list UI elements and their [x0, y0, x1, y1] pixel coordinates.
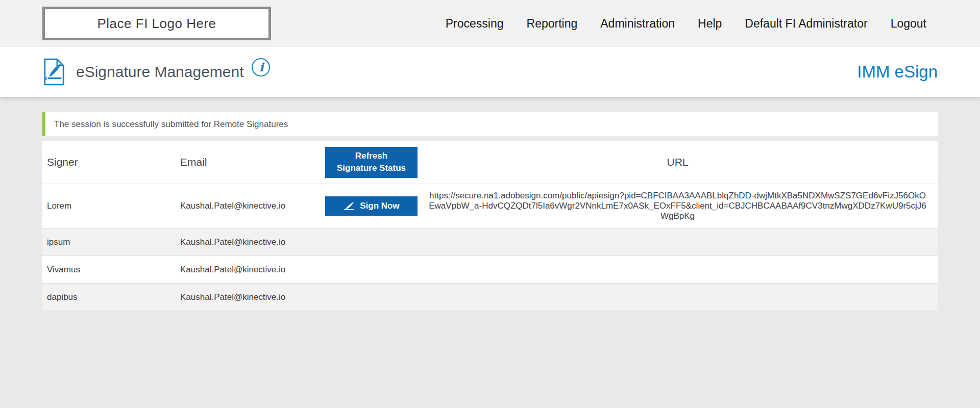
sign-now-button[interactable]: Sign Now — [325, 196, 418, 216]
email-cell: Kaushal.Patel@kinective.io — [180, 265, 325, 275]
column-header-email: Email — [180, 156, 325, 168]
nav-item-administration[interactable]: Administration — [600, 17, 675, 31]
fi-logo-placeholder: Place FI Logo Here — [42, 7, 271, 40]
info-icon[interactable]: i — [251, 58, 271, 79]
nav-item-help[interactable]: Help — [698, 17, 722, 31]
success-message-text: The session is successfully submitted fo… — [54, 119, 288, 130]
signer-cell: Lorem — [42, 201, 180, 211]
column-header-url: URL — [418, 150, 938, 174]
email-cell: Kaushal.Patel@kinective.io — [180, 292, 325, 302]
table-row: Lorem Kaushal.Patel@kinective.io Sign No… — [42, 184, 938, 228]
email-cell: Kaushal.Patel@kinective.io — [180, 237, 325, 247]
nav-item-user-menu[interactable]: Default FI Administrator — [745, 17, 867, 31]
url-cell — [418, 291, 938, 304]
nav-item-reporting[interactable]: Reporting — [527, 17, 578, 31]
column-header-signer: Signer — [42, 156, 180, 168]
main-content: The session is successfully submitted fo… — [0, 97, 980, 311]
nav-item-logout[interactable]: Logout — [891, 17, 926, 31]
url-cell — [418, 263, 938, 276]
url-cell: https://secure.na1.adobesign.com/public/… — [418, 184, 938, 228]
action-cell: Sign Now — [325, 196, 418, 216]
title-band: x eSignature Management i IMM eSign — [0, 47, 980, 97]
url-cell — [418, 236, 938, 249]
signer-cell: dapibus — [42, 292, 180, 302]
refresh-button-line1: Refresh — [325, 150, 418, 162]
quill-icon — [343, 201, 355, 211]
table-row: dapibus Kaushal.Patel@kinective.io Sign … — [42, 284, 938, 311]
sign-now-label: Sign Now — [360, 201, 399, 211]
table-row: Vivamus Kaushal.Patel@kinective.io Sign … — [42, 256, 938, 284]
table-body: Lorem Kaushal.Patel@kinective.io Sign No… — [42, 184, 938, 311]
svg-text:i: i — [259, 60, 264, 74]
brand-imm-esign: IMM eSign — [857, 62, 938, 82]
main-nav: Processing Reporting Administration Help… — [446, 17, 926, 31]
table-row: ipsum Kaushal.Patel@kinective.io Sign No… — [42, 228, 938, 256]
email-cell: Kaushal.Patel@kinective.io — [180, 201, 325, 211]
signer-cell: ipsum — [42, 237, 180, 247]
signer-cell: Vivamus — [42, 265, 180, 275]
top-header: Place FI Logo Here Processing Reporting … — [0, 0, 980, 47]
svg-text:x: x — [44, 75, 47, 81]
fi-logo-text: Place FI Logo Here — [97, 16, 216, 32]
refresh-button-line2: Signature Status — [325, 162, 418, 174]
refresh-signature-status-button[interactable]: Refresh Signature Status — [325, 147, 418, 178]
signers-table: Signer Email Refresh Signature Status UR… — [42, 141, 938, 311]
nav-item-processing[interactable]: Processing — [446, 17, 504, 31]
page-title: eSignature Management — [76, 63, 244, 81]
table-header-row: Signer Email Refresh Signature Status UR… — [42, 141, 938, 184]
signature-document-icon: x — [42, 58, 66, 86]
column-header-action: Refresh Signature Status — [325, 147, 418, 178]
success-message: The session is successfully submitted fo… — [42, 112, 938, 136]
